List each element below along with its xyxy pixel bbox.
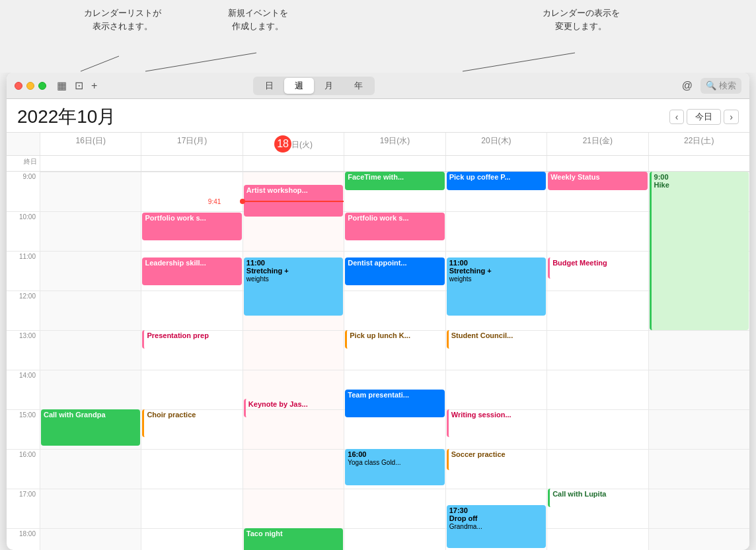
time-label-13: 13:00 <box>7 330 40 370</box>
hour-line <box>141 291 242 291</box>
allday-tue <box>243 156 344 171</box>
calendar-header: 2022年10月 ‹ 今日 › <box>7 99 749 133</box>
hour-line <box>446 251 547 252</box>
hour-line <box>547 251 648 252</box>
day-col-fri: Weekly Status Budget Meeting Call with L… <box>547 172 648 550</box>
today-button[interactable]: 今日 <box>687 109 721 125</box>
allday-thu <box>445 156 547 171</box>
hour-line <box>40 211 141 212</box>
search-icon: 🔍 <box>706 81 716 90</box>
event-portfolio-mon[interactable]: Portfolio work s... <box>142 213 241 240</box>
event-call-lupita[interactable]: Call with Lupita <box>548 489 647 507</box>
svg-line-2 <box>463 53 575 71</box>
fullscreen-button[interactable] <box>38 82 46 90</box>
event-weekly-status[interactable]: Weekly Status <box>548 172 647 190</box>
event-budget-meeting[interactable]: Budget Meeting <box>548 258 647 279</box>
hour-line <box>547 291 648 291</box>
event-stretching-thu[interactable]: 11:00 Stretching + weights <box>447 258 546 316</box>
event-pickup-lunch[interactable]: Pick up lunch K... <box>345 330 444 349</box>
hour-line <box>141 211 242 212</box>
allday-label: 終日 <box>7 156 40 171</box>
event-portfolio-wed[interactable]: Portfolio work s... <box>345 213 444 240</box>
traffic-lights <box>15 82 46 90</box>
event-choir-practice[interactable]: Choir practice <box>142 409 241 437</box>
event-hike[interactable]: 9:00 Hike <box>650 172 749 330</box>
hour-line <box>344 528 445 529</box>
view-week-button[interactable]: 週 <box>284 78 314 94</box>
day-headers: 16日(日) 17日(月) 18日(火) 19日(水) 20日(木) 21日(金… <box>7 133 749 156</box>
hour-line <box>547 449 648 450</box>
day-col-sun: Call with Grandpa <box>40 172 141 550</box>
hour-line <box>547 409 648 410</box>
titlebar: ▦ ⊡ + 日 週 月 年 @ 🔍 検索 <box>7 73 749 99</box>
hour-line <box>547 370 648 370</box>
hour-line <box>40 172 141 172</box>
time-label-18: 18:00 <box>7 528 40 550</box>
view-year-button[interactable]: 年 <box>344 78 373 94</box>
hour-line <box>446 489 547 489</box>
event-leadership[interactable]: Leadership skill... <box>142 258 241 285</box>
hour-line <box>649 489 749 489</box>
day-header-wed: 19日(水) <box>344 133 445 155</box>
hour-line <box>141 370 242 370</box>
event-taco-night[interactable]: Taco night <box>244 528 343 550</box>
day-col-sat: 9:00 Hike <box>648 172 749 550</box>
day-header-mon: 17日(月) <box>141 133 242 155</box>
allday-sat <box>648 156 749 171</box>
allday-wed <box>344 156 445 171</box>
hour-line <box>344 291 445 291</box>
hour-line <box>547 528 648 529</box>
view-day-button[interactable]: 日 <box>254 78 284 94</box>
hour-line <box>243 449 344 450</box>
prev-week-button[interactable]: ‹ <box>669 110 685 124</box>
time-label-17: 17:00 <box>7 489 40 528</box>
time-label-11: 11:00 <box>7 251 40 291</box>
calendar-window: ▦ ⊡ + 日 週 月 年 @ 🔍 検索 2022年10月 ‹ 今日 › <box>7 73 749 550</box>
hour-line <box>141 528 242 529</box>
hour-line <box>40 489 141 489</box>
event-pickup-coffee[interactable]: Pick up coffee P... <box>447 172 546 190</box>
hour-line <box>649 370 749 370</box>
day-header-fri: 21日(金) <box>547 133 648 155</box>
search-box[interactable]: 🔍 検索 <box>700 78 741 94</box>
time-label-15: 15:00 <box>7 409 40 449</box>
add-event-button[interactable]: + <box>91 80 97 92</box>
event-facetime[interactable]: FaceTime with... <box>345 172 444 190</box>
event-stretching-tue[interactable]: 11:00 Stretching + weights <box>244 258 343 316</box>
event-call-grandpa[interactable]: Call with Grandpa <box>41 409 140 446</box>
event-presentation-prep[interactable]: Presentation prep <box>142 330 241 349</box>
event-soccer-practice[interactable]: Soccer practice <box>447 449 546 470</box>
hour-line <box>344 211 445 212</box>
hour-line <box>40 449 141 450</box>
hour-line <box>649 449 749 450</box>
time-label-10: 10:00 <box>7 211 40 251</box>
calendar-list-icon[interactable]: ▦ <box>57 79 67 92</box>
allday-mon <box>141 156 242 171</box>
hour-line <box>141 172 242 172</box>
current-time-dot <box>240 199 245 204</box>
inbox-icon[interactable]: ⊡ <box>75 79 83 92</box>
event-writing-session[interactable]: Writing session... <box>447 409 546 437</box>
time-label-14: 14:00 <box>7 370 40 409</box>
hour-line <box>649 409 749 410</box>
day-header-sun: 16日(日) <box>40 133 141 155</box>
hour-line <box>141 489 242 489</box>
view-month-button[interactable]: 月 <box>314 78 344 94</box>
event-dropoff-grandma[interactable]: 17:30 Drop off Grandma... <box>447 505 546 548</box>
time-label-16: 16:00 <box>7 449 40 489</box>
event-keynote[interactable]: Keynote by Jas... <box>244 399 343 417</box>
calendar-sharing-icon[interactable]: @ <box>682 80 693 92</box>
day-header-sat: 22日(土) <box>648 133 749 155</box>
event-student-council[interactable]: Student Council... <box>447 330 546 349</box>
event-yoga-class[interactable]: 16:00 Yoga class Gold... <box>345 449 444 485</box>
event-team-presentation[interactable]: Team presentati... <box>345 390 444 417</box>
month-title: 2022年10月 <box>17 104 669 129</box>
minimize-button[interactable] <box>26 82 34 90</box>
current-time-label: 9:41 <box>208 198 221 205</box>
annotation-area: カレンダーリストが 表示されます。 新規イベントを 作成します。 カレンダーの表… <box>0 0 756 73</box>
close-button[interactable] <box>15 82 22 90</box>
calendar-grid-wrapper: 9:00 10:00 11:00 12:00 13:00 14:00 15:00… <box>7 172 749 550</box>
event-dentist[interactable]: Dentist appoint... <box>345 258 444 285</box>
day-header-tue: 18日(火) <box>243 133 344 155</box>
next-week-button[interactable]: › <box>724 110 739 124</box>
